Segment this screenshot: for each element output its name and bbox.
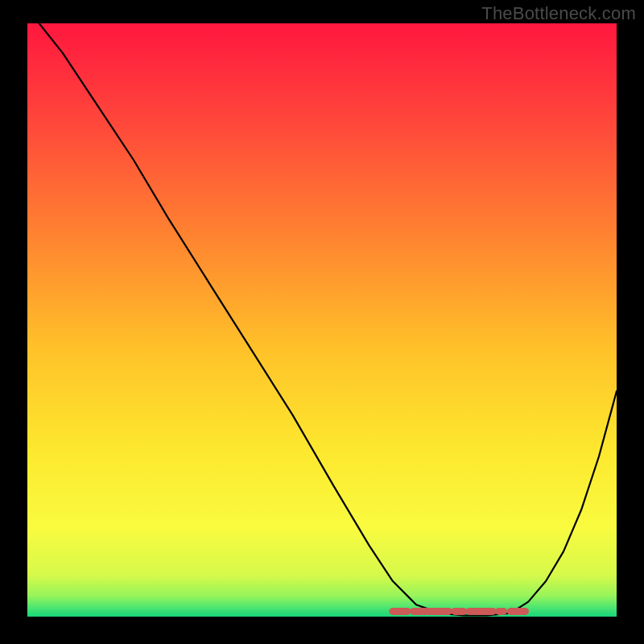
watermark-text: TheBottleneck.com <box>481 3 636 24</box>
chart-stage: TheBottleneck.com <box>0 0 644 644</box>
bottleneck-chart <box>0 0 644 644</box>
plot-background <box>27 23 617 617</box>
